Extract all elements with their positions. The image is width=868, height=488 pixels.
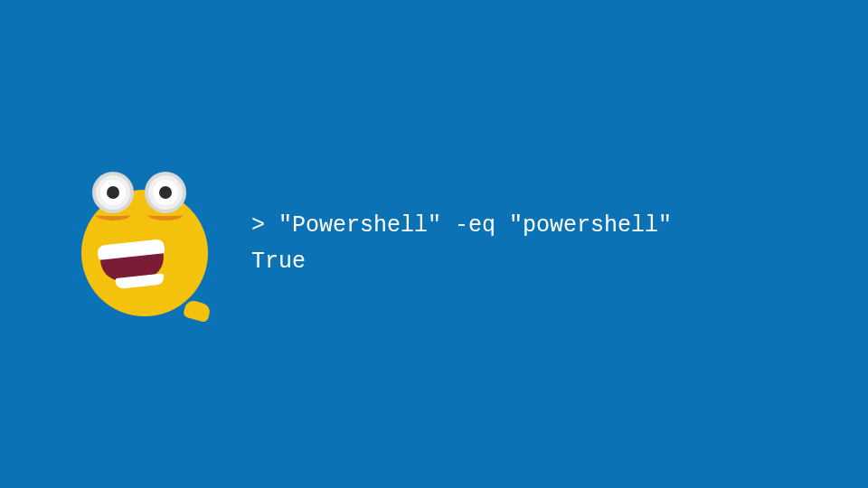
command-text: "Powershell" -eq "powershell" [278, 212, 672, 239]
code-block: > "Powershell" -eq "powershell" True [251, 208, 672, 280]
prompt-symbol: > [251, 212, 265, 239]
content-container: > "Powershell" -eq "powershell" True [72, 172, 672, 316]
shocked-emoji-icon [72, 172, 217, 316]
output-text: True [251, 249, 306, 275]
